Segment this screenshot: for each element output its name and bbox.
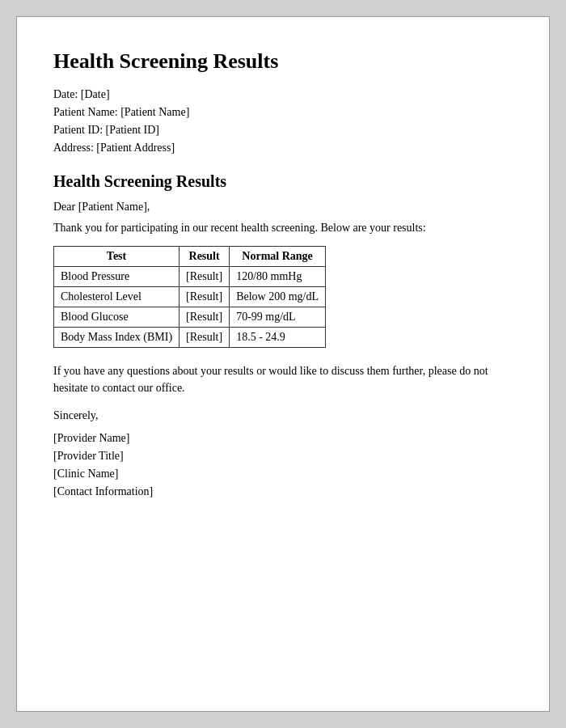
table-cell: 120/80 mmHg xyxy=(230,267,326,287)
table-cell: [Result] xyxy=(180,328,230,348)
col-header-normal-range: Normal Range xyxy=(230,247,326,267)
provider-title: [Provider Title] xyxy=(53,450,513,463)
table-header-row: Test Result Normal Range xyxy=(54,247,326,267)
sincerely-label: Sincerely, xyxy=(53,409,513,422)
table-row: Blood Glucose[Result]70-99 mg/dL xyxy=(54,307,326,328)
table-cell: [Result] xyxy=(180,287,230,307)
table-row: Body Mass Index (BMI)[Result]18.5 - 24.9 xyxy=(54,328,326,348)
table-cell: Blood Pressure xyxy=(54,267,180,287)
clinic-name: [Clinic Name] xyxy=(53,468,513,480)
table-row: Blood Pressure[Result]120/80 mmHg xyxy=(54,267,326,287)
patient-name-field: Patient Name: [Patient Name] xyxy=(53,106,513,119)
table-cell: [Result] xyxy=(180,307,230,328)
table-cell: Below 200 mg/dL xyxy=(230,287,326,307)
col-header-result: Result xyxy=(180,247,230,267)
table-cell: [Result] xyxy=(180,267,230,287)
closing-text: If you have any questions about your res… xyxy=(53,362,513,396)
results-table: Test Result Normal Range Blood Pressure[… xyxy=(53,246,326,348)
provider-name: [Provider Name] xyxy=(53,432,513,445)
patient-id-field: Patient ID: [Patient ID] xyxy=(53,124,513,137)
table-cell: Blood Glucose xyxy=(54,307,180,328)
table-cell: Cholesterol Level xyxy=(54,287,180,307)
salutation: Dear [Patient Name], xyxy=(53,201,513,214)
main-title: Health Screening Results xyxy=(53,49,513,74)
table-cell: Body Mass Index (BMI) xyxy=(54,328,180,348)
intro-text: Thank you for participating in our recen… xyxy=(53,222,513,235)
table-row: Cholesterol Level[Result]Below 200 mg/dL xyxy=(54,287,326,307)
table-cell: 18.5 - 24.9 xyxy=(230,328,326,348)
contact-info: [Contact Information] xyxy=(53,485,513,498)
address-field: Address: [Patient Address] xyxy=(53,142,513,154)
col-header-test: Test xyxy=(54,247,180,267)
date-field: Date: [Date] xyxy=(53,88,513,101)
section-title: Health Screening Results xyxy=(53,172,513,191)
document-page: Health Screening Results Date: [Date] Pa… xyxy=(16,16,550,712)
table-cell: 70-99 mg/dL xyxy=(230,307,326,328)
